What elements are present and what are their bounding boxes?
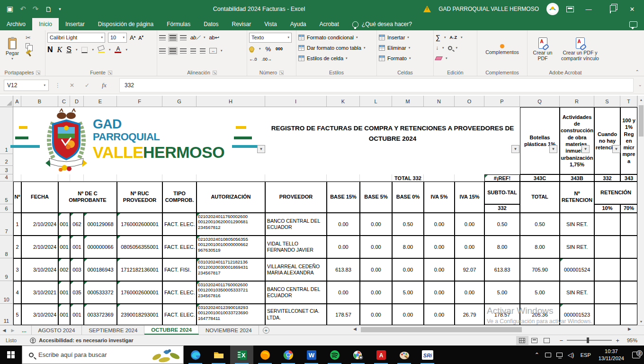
zoom-out-icon[interactable]: − xyxy=(560,337,564,344)
scroll-up-icon[interactable]: ▲ xyxy=(638,96,644,103)
cell-R9[interactable]: 000001524 xyxy=(560,258,594,281)
column-header-T[interactable]: T xyxy=(620,96,637,107)
cell-L7[interactable]: 0.00 xyxy=(360,213,392,236)
filter-dropdown-S[interactable]: ▼ xyxy=(612,145,620,153)
scroll-down-icon[interactable]: ▼ xyxy=(638,318,644,325)
merge-center-icon[interactable]: ↔ xyxy=(209,48,217,54)
cell-A11[interactable]: 5 xyxy=(13,304,21,325)
print-preview-icon[interactable]: 🗋 xyxy=(45,5,52,13)
cell-R8[interactable]: SIN RET. xyxy=(560,236,594,258)
orientation-icon[interactable]: ab⟋ xyxy=(190,35,200,41)
cell-S11[interactable] xyxy=(594,304,620,325)
cell-I4[interactable] xyxy=(265,174,327,182)
cell-Q10[interactable]: 5.00 xyxy=(520,281,560,304)
network-icon[interactable] xyxy=(554,353,565,357)
avatar[interactable] xyxy=(546,3,559,15)
align-middle-icon[interactable] xyxy=(170,35,176,40)
header-cell-S1[interactable]: Cuando no hay retención xyxy=(594,107,620,174)
italic-button[interactable]: K xyxy=(57,46,63,54)
normal-view-button[interactable] xyxy=(516,336,528,345)
cell-K11[interactable]: 178.57 xyxy=(327,304,360,325)
table-header-iva15[interactable]: IVA 15% xyxy=(455,182,484,213)
cell-D9[interactable]: 003 xyxy=(70,258,84,281)
cell-I8[interactable]: VIDAL TELLO FERNANDO JAVIER xyxy=(265,236,327,258)
cell-G9[interactable]: FACT. FISI. xyxy=(162,258,197,281)
cell-R10[interactable]: SIN RET. xyxy=(560,281,594,304)
font-size-select[interactable]: 10▾ xyxy=(108,33,127,43)
cell-L8[interactable]: 0.00 xyxy=(360,236,392,258)
cell-A8[interactable]: 2 xyxy=(13,236,21,258)
cell-L4[interactable] xyxy=(360,174,392,182)
tray-chevron-icon[interactable]: ⌃ xyxy=(531,352,543,358)
row-header-5[interactable]: 5 xyxy=(0,182,13,204)
decrease-decimal-icon[interactable]: .00→ xyxy=(262,57,272,62)
cell-L9[interactable]: 0.00 xyxy=(360,258,392,281)
select-all-corner[interactable] xyxy=(0,96,13,107)
filter-dropdown-R[interactable]: ▼ xyxy=(581,145,590,153)
cell-N11[interactable]: 0.00 xyxy=(424,304,455,325)
column-header-I[interactable]: I xyxy=(265,96,327,107)
sheet-nav-left-icon[interactable]: ◀ xyxy=(0,326,9,335)
minimize-button[interactable]: — xyxy=(581,6,596,13)
cell-Q8[interactable]: 8.00 xyxy=(520,236,560,258)
taskbar-app-word[interactable]: W xyxy=(300,346,323,364)
cell-B4[interactable] xyxy=(21,174,58,182)
vertical-scrollbar[interactable]: ▲ ▼ xyxy=(637,96,644,325)
insert-function-icon[interactable]: fx xyxy=(98,80,110,91)
table-header-retencion[interactable]: RETENCIÓN xyxy=(594,182,637,204)
cell-D11[interactable]: 001 xyxy=(70,304,84,325)
cell-B11[interactable]: 3/10/2024 xyxy=(21,304,58,325)
collapse-ribbon-icon[interactable]: ⌃ xyxy=(635,69,639,74)
bold-button[interactable]: N xyxy=(47,46,53,54)
ribbon-tab-ayuda[interactable]: Ayuda xyxy=(284,18,313,30)
column-header-F[interactable]: F xyxy=(117,96,162,107)
sheet-tab-overflow[interactable]: ... xyxy=(17,326,31,335)
column-header-H[interactable]: H xyxy=(197,96,265,107)
title-merged-cell-lower[interactable] xyxy=(266,156,519,174)
table-header-subtotal_sub[interactable]: 332 xyxy=(484,204,520,213)
row-header-7[interactable]: 7 xyxy=(0,213,13,236)
hscroll-left-icon[interactable]: ◀ xyxy=(353,327,357,331)
cell-C11[interactable]: 001 xyxy=(58,304,70,325)
cell-K10[interactable]: 0.00 xyxy=(327,281,360,304)
taskbar-search[interactable]: Escribe aquí para buscar xyxy=(22,346,184,364)
filter-dropdown-Q[interactable]: ▼ xyxy=(549,145,557,153)
wrap-text-icon[interactable]: ab↩ xyxy=(209,35,219,41)
cell-H8[interactable]: 02102024010805056355 0012001001000000066… xyxy=(197,236,265,258)
cell-O11[interactable]: 26.79 xyxy=(455,304,484,325)
row-header-4[interactable]: 4 xyxy=(0,174,13,182)
underline-button[interactable]: S xyxy=(66,46,72,54)
cells-item-2[interactable]: Formato▾ xyxy=(379,53,431,64)
cell-H7[interactable]: 02102024011760002600 0012001062000129068… xyxy=(197,213,265,236)
qat-customize-icon[interactable]: ▾ xyxy=(59,7,61,11)
account-name[interactable]: GAD PARROQUIAL VALLE HERMOSO xyxy=(438,6,539,12)
shrink-font-icon[interactable]: A▾ xyxy=(138,35,143,41)
ribbon-tab-f-rmulas[interactable]: Fórmulas xyxy=(160,18,197,30)
close-button[interactable]: ✕ xyxy=(625,6,639,13)
cell-E8[interactable]: 000000066 xyxy=(84,236,117,258)
save-icon[interactable]: ▣ xyxy=(7,5,13,13)
fill-down-icon[interactable]: ↓ xyxy=(436,45,438,51)
cell-P4[interactable]: #¡REF! xyxy=(484,174,520,182)
cell-H9[interactable]: 03102024011712182136 0012002003000186943… xyxy=(197,258,265,281)
row-header-2[interactable]: 2 xyxy=(0,154,13,166)
cells-item-1[interactable]: Eliminar▾ xyxy=(379,43,431,53)
taskbar-app-excel[interactable]: X xyxy=(230,346,253,364)
cell-C7[interactable]: 001 xyxy=(58,213,70,236)
cell-F8[interactable]: 0805056355001 xyxy=(117,236,162,258)
taskbar-app-file-explorer[interactable] xyxy=(207,346,230,364)
cell-B9[interactable]: 3/10/2024 xyxy=(21,258,58,281)
cut-icon[interactable]: ✂ xyxy=(26,34,31,41)
tell-me-search[interactable]: ¿Qué desea hacer? xyxy=(346,18,419,30)
ribbon-tab-inicio[interactable]: Inicio xyxy=(32,18,59,30)
cell-M7[interactable]: 0.50 xyxy=(392,213,424,236)
cells-item-0[interactable]: Insertar▾ xyxy=(379,32,431,43)
cell-E4[interactable] xyxy=(84,174,117,182)
decrease-indent-icon[interactable] xyxy=(190,48,196,54)
zoom-slider[interactable] xyxy=(567,340,612,341)
table-header-total[interactable]: TOTAL xyxy=(520,182,560,213)
volume-icon[interactable]: ◁) xyxy=(565,352,577,358)
cell-K8[interactable]: 0.00 xyxy=(327,236,360,258)
align-bottom-icon[interactable] xyxy=(180,35,187,40)
cell-C10[interactable]: 001 xyxy=(58,281,70,304)
